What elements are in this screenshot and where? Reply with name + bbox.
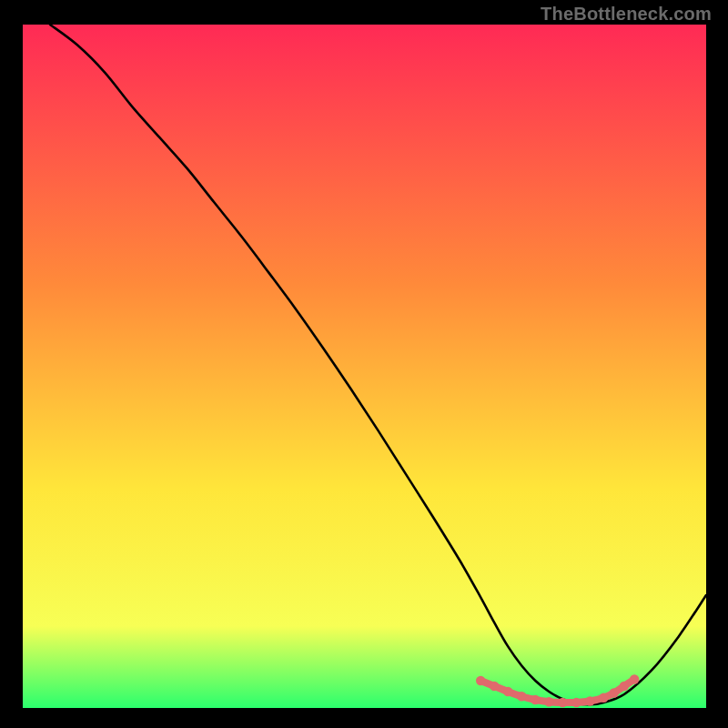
optimal-marker-dot (544, 697, 553, 706)
optimal-marker-dot (503, 687, 512, 696)
optimal-marker-dot (517, 692, 526, 701)
optimal-marker-dot (476, 676, 485, 685)
bottleneck-chart (0, 0, 728, 728)
plot-background (23, 25, 706, 708)
optimal-marker-dot (531, 695, 540, 704)
optimal-marker-dot (558, 698, 567, 707)
optimal-marker-dot (620, 682, 629, 691)
optimal-marker-dot (490, 682, 499, 691)
watermark-text: TheBottleneck.com (541, 4, 712, 25)
optimal-marker-dot (585, 696, 594, 705)
optimal-marker-dot (630, 674, 639, 683)
chart-container: TheBottleneck.com (0, 0, 728, 728)
optimal-marker-dot (609, 688, 618, 697)
optimal-marker-dot (599, 693, 608, 703)
optimal-marker-dot (571, 698, 581, 707)
